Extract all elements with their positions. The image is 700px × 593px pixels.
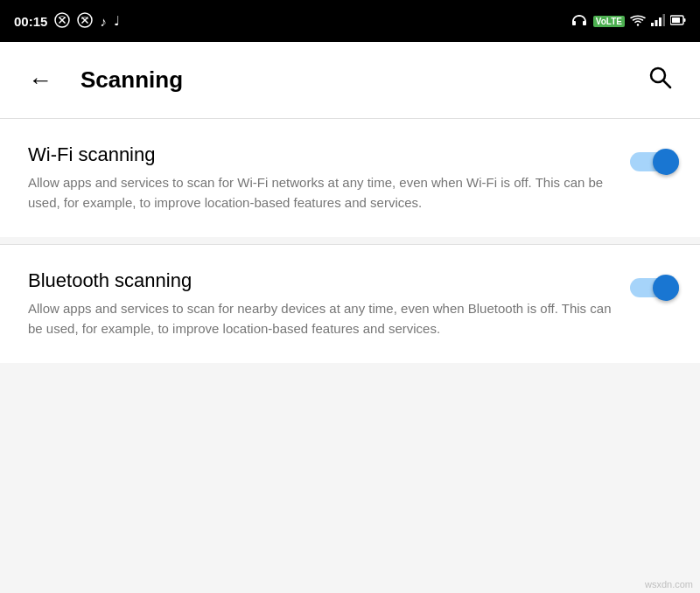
wifi-scanning-text: Wi-Fi scanning Allow apps and services t…	[28, 143, 612, 213]
status-left: 00:15 ♪ ♩	[14, 12, 120, 31]
bluetooth-scanning-item: Bluetooth scanning Allow apps and servic…	[0, 245, 700, 363]
bluetooth-scanning-toggle[interactable]	[630, 275, 679, 301]
svg-point-6	[637, 24, 639, 25]
headphone-icon	[570, 13, 588, 30]
svg-rect-13	[684, 18, 686, 22]
music-icon-1: ♪	[100, 14, 107, 29]
bluetooth-scanning-title: Bluetooth scanning	[28, 269, 612, 292]
content-area: Wi-Fi scanning Allow apps and services t…	[0, 119, 700, 593]
bluetooth-scanning-text: Bluetooth scanning Allow apps and servic…	[28, 269, 612, 338]
svg-line-15	[663, 80, 670, 87]
watermark: wsxdn.com	[645, 579, 693, 590]
signal-icon	[651, 14, 665, 29]
bluetooth-scanning-toggle-container	[630, 269, 679, 301]
wifi-status-icon	[630, 14, 646, 29]
wifi-scanning-title: Wi-Fi scanning	[28, 143, 612, 166]
back-button[interactable]: ←	[21, 59, 60, 101]
search-button[interactable]	[640, 58, 679, 102]
svg-rect-9	[659, 17, 662, 26]
status-right: VoLTE	[570, 13, 686, 30]
wifi-scanning-toggle-container	[630, 143, 679, 175]
status-bar: 00:15 ♪ ♩ VoLTE	[0, 0, 700, 42]
svg-rect-10	[663, 14, 666, 26]
wifi-scanning-toggle[interactable]	[630, 149, 679, 175]
wifi-toggle-thumb	[653, 149, 679, 175]
app-icon-2	[77, 12, 93, 31]
battery-icon	[670, 14, 686, 29]
app-bar-left: ← Scanning	[21, 59, 183, 101]
bluetooth-scanning-description: Allow apps and services to scan for near…	[28, 299, 612, 338]
wifi-scanning-description: Allow apps and services to scan for Wi-F…	[28, 173, 612, 213]
music-icon-2: ♩	[114, 13, 120, 29]
svg-rect-12	[672, 17, 680, 23]
bluetooth-toggle-thumb	[653, 275, 679, 301]
svg-rect-8	[655, 20, 658, 26]
page-title: Scanning	[80, 66, 183, 94]
wifi-scanning-item: Wi-Fi scanning Allow apps and services t…	[0, 119, 700, 237]
status-time: 00:15	[14, 14, 47, 29]
svg-rect-7	[651, 23, 654, 26]
search-icon	[648, 65, 672, 89]
app-icon-1	[54, 12, 70, 31]
app-bar: ← Scanning	[0, 42, 700, 119]
volte-badge: VoLTE	[593, 16, 625, 27]
